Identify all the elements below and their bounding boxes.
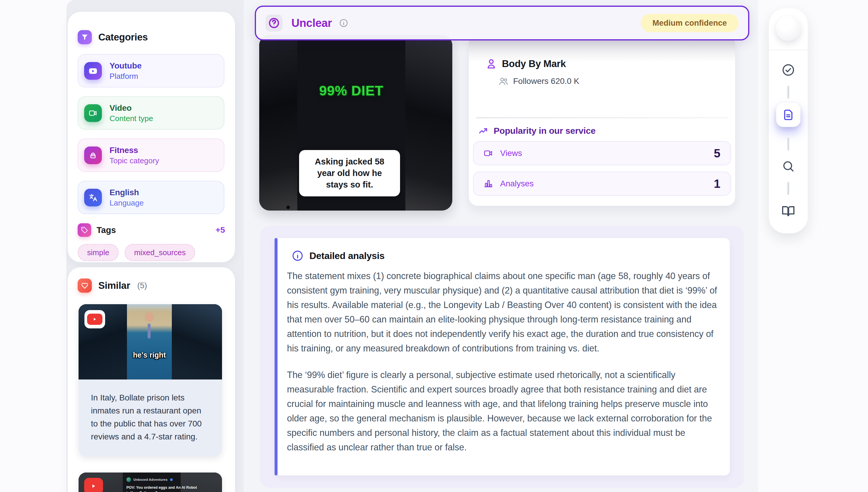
tags-header: Tags +5: [78, 223, 225, 237]
category-card-fitness[interactable]: Fitness Topic category: [78, 139, 224, 172]
analysis-card: Detailed analysis The statement mixes (1…: [275, 238, 730, 475]
toolbar-connector: [787, 182, 789, 195]
toolbar-connector: [787, 138, 789, 151]
similar-title: Similar: [98, 280, 130, 291]
carousel-dot: [286, 205, 290, 209]
verified-badge-icon: [170, 478, 173, 481]
toolbar-connector: [787, 85, 789, 99]
popularity-header: Popularity in our service: [478, 126, 595, 136]
video-headline-overlay: 99% DIET: [297, 83, 405, 99]
category-label: Fitness: [109, 145, 159, 155]
category-type: Language: [109, 198, 144, 207]
creator-divider: [476, 118, 728, 118]
views-icon: [484, 149, 493, 158]
video-photo-area: 99% DIET Asking jacked 58 year old how h…: [297, 35, 405, 211]
person-icon: [485, 58, 497, 70]
categories-header: Categories: [78, 30, 148, 44]
trending-up-icon: [478, 126, 488, 136]
categories-title: Categories: [98, 32, 148, 43]
category-type: Topic category: [109, 156, 159, 165]
thumbnail-caption-overlay: he's right: [127, 351, 172, 360]
video-caption-bubble: Asking jacked 58 year old how he stays s…: [299, 150, 400, 196]
search-icon: [782, 159, 795, 173]
similar-thumbnail: Unboxed Adventures POV: You ordered eggs…: [79, 472, 222, 492]
category-card-youtube[interactable]: Youtube Platform: [78, 54, 224, 88]
tags-more-button[interactable]: +5: [215, 225, 225, 235]
tags-label: Tags: [97, 225, 116, 235]
category-label: Video: [109, 103, 153, 113]
thumbnail-right-blur: [172, 304, 222, 379]
stat-row-analyses: Analyses 1: [473, 172, 731, 196]
avatar[interactable]: [776, 16, 801, 41]
post-caption-line1: POV: You ordered eggs and An AI Robot: [126, 486, 197, 490]
language-icon: [84, 189, 102, 206]
document-icon: [782, 109, 794, 121]
question-circle-icon: [265, 15, 283, 32]
post-account-row: Unboxed Adventures: [126, 477, 173, 482]
category-label: English: [109, 188, 144, 198]
account-name: Unboxed Adventures: [133, 478, 168, 482]
verdict-banner: Unclear Medium confidence: [255, 6, 749, 41]
stat-row-views: Views 5: [473, 141, 731, 165]
similar-video-card[interactable]: he's right In Italy, Bollate prison lets…: [79, 304, 222, 456]
tags-chip-row: simple mixed_sources: [78, 244, 195, 261]
analysis-paragraph: The statement mixes (1) concrete biograp…: [287, 269, 723, 355]
library-button[interactable]: [769, 204, 808, 218]
analysis-section: Detailed analysis The statement mixes (1…: [260, 226, 744, 488]
stat-value: 1: [714, 177, 720, 191]
kettlebell-icon: [84, 146, 102, 164]
account-avatar: [126, 477, 131, 482]
similar-video-description: In Italy, Bollate prison lets inmates ru…: [79, 379, 222, 456]
analysis-accent-bar: [275, 238, 278, 475]
heart-icon: [78, 278, 92, 293]
check-circle-icon: [782, 63, 795, 77]
analysis-body: The statement mixes (1) concrete biograp…: [287, 269, 723, 454]
creator-card: Body By Mark Followers 620.0 K Popularit…: [469, 35, 735, 206]
tag-icon: [78, 223, 91, 237]
creator-name-row: Body By Mark: [485, 58, 566, 70]
confidence-badge: Medium confidence: [641, 14, 739, 32]
video-camera-icon: [84, 104, 102, 122]
similar-panel: Similar (5) he's right: [68, 267, 235, 492]
similar-header: Similar (5): [78, 278, 147, 293]
verdict-label: Unclear: [291, 17, 332, 29]
verdict-info-icon[interactable]: [339, 18, 348, 28]
youtube-badge-icon: [84, 310, 105, 328]
category-label: Youtube: [109, 61, 142, 71]
verify-check-button[interactable]: [769, 63, 808, 77]
youtube-platform-icon: [84, 62, 102, 80]
popularity-title: Popularity in our service: [494, 126, 595, 136]
category-card-video[interactable]: Video Content type: [78, 96, 224, 130]
thumbnail-center: Unboxed Adventures POV: You ordered eggs…: [123, 472, 181, 492]
tie-shape: [148, 324, 151, 339]
video-right-blur: [405, 35, 452, 211]
book-open-icon: [781, 204, 795, 218]
video-left-blur: [259, 35, 297, 211]
similar-video-card[interactable]: Unboxed Adventures POV: You ordered eggs…: [79, 472, 222, 492]
category-type: Content type: [109, 114, 153, 123]
analyses-icon: [484, 179, 493, 189]
toolbar-divider: [769, 50, 808, 50]
report-doc-button-active[interactable]: [776, 103, 800, 127]
stat-value: 5: [714, 147, 720, 160]
category-card-english[interactable]: English Language: [78, 181, 224, 214]
post-caption-line2: is Your Delivery Guy: [126, 491, 162, 492]
categories-panel: Categories Youtube Platform Video Conten…: [68, 12, 235, 262]
info-icon: [292, 250, 304, 262]
youtube-badge-icon: [84, 477, 103, 492]
main-video-player[interactable]: 99% DIET Asking jacked 58 year old how h…: [259, 35, 452, 211]
search-button[interactable]: [769, 159, 808, 173]
similar-thumbnail: he's right: [79, 304, 222, 379]
analysis-paragraph: The ‘99% diet’ figure is clearly a perso…: [287, 368, 723, 454]
followers-icon: [499, 76, 508, 86]
category-type: Platform: [109, 71, 142, 81]
analysis-title: Detailed analysis: [309, 250, 385, 261]
tag-chip[interactable]: simple: [78, 244, 119, 261]
stat-label: Views: [500, 149, 522, 158]
tag-chip[interactable]: mixed_sources: [125, 244, 195, 261]
side-toolbar: [769, 8, 808, 233]
analysis-header: Detailed analysis: [292, 250, 385, 262]
stat-label: Analyses: [500, 179, 534, 189]
followers-count: Followers 620.0 K: [513, 76, 579, 86]
creator-name: Body By Mark: [502, 58, 566, 69]
